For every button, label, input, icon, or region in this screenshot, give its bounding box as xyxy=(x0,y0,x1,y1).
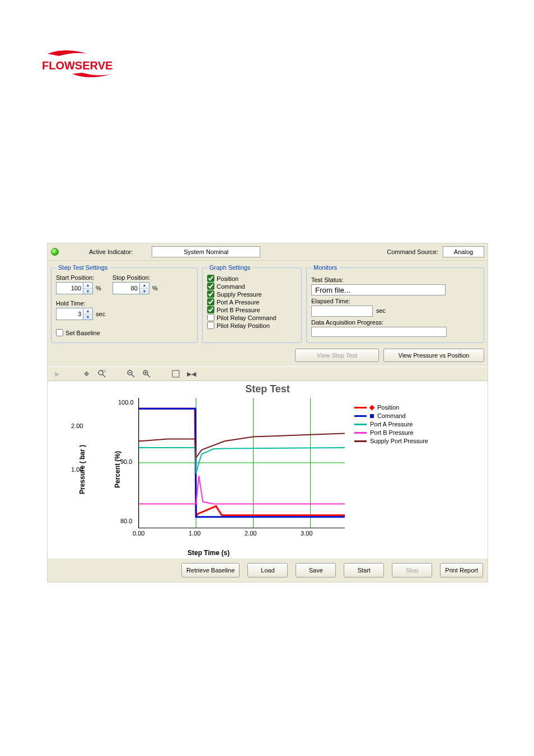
cursor-toggle-icon[interactable]: ▶◀ xyxy=(186,369,196,379)
command-source-value xyxy=(443,246,484,257)
svg-line-2 xyxy=(102,374,105,377)
set-baseline-input[interactable] xyxy=(56,329,63,336)
legend-label: Supply Port Pressure xyxy=(370,438,428,444)
view-step-test-button[interactable]: View Step Test xyxy=(295,349,379,362)
elapsed-time-value xyxy=(311,306,373,317)
chevron-down-icon: ▼ xyxy=(140,289,149,294)
save-button[interactable]: Save xyxy=(296,563,336,577)
retrieve-baseline-button[interactable]: Retrieve Baseline xyxy=(181,563,240,577)
action-bar: Retrieve Baseline Load Save Start Stop P… xyxy=(48,558,488,582)
graph-option-checkbox[interactable] xyxy=(207,322,214,329)
graph-option-label: Supply Pressure xyxy=(217,291,262,298)
flowserve-logo: FLOWSERVE xyxy=(42,50,534,81)
x-tick: 3.00 xyxy=(301,530,312,537)
svg-rect-11 xyxy=(172,370,179,377)
daq-progress-bar xyxy=(311,327,447,337)
y2-tick: 90.0 xyxy=(120,458,132,465)
active-indicator-value xyxy=(152,246,260,257)
start-position-input[interactable] xyxy=(56,282,83,294)
x-tick: 0.00 xyxy=(133,530,144,537)
move-icon[interactable]: ✥ xyxy=(81,369,91,379)
elapsed-time-label: Elapsed Time: xyxy=(311,298,479,304)
x-tick: 2.00 xyxy=(245,530,256,537)
monitors-legend: Monitors xyxy=(311,264,339,271)
legend-marker-icon xyxy=(370,414,374,418)
chevron-down-icon: ▼ xyxy=(83,314,92,320)
chart-title: Step Test xyxy=(48,383,488,395)
graph-settings-panel: Graph Settings PositionCommandSupply Pre… xyxy=(202,264,302,343)
graph-option-pilot-relay-command[interactable]: Pilot Relay Command xyxy=(207,314,297,321)
hold-time-input[interactable] xyxy=(56,308,83,320)
chevron-up-icon: ▲ xyxy=(83,308,92,314)
legend-label: Command xyxy=(377,412,406,419)
zoom-in-icon[interactable] xyxy=(142,369,152,379)
stop-button[interactable]: Stop xyxy=(392,563,432,577)
legend-swatch xyxy=(354,415,367,417)
graph-option-label: Command xyxy=(217,283,245,290)
stop-position-unit: % xyxy=(152,285,158,292)
test-status-value xyxy=(311,284,446,295)
print-report-button[interactable]: Print Report xyxy=(440,563,483,577)
fit-icon[interactable] xyxy=(171,369,181,379)
elapsed-time-unit: sec xyxy=(376,307,386,314)
chart-plot[interactable] xyxy=(138,398,345,528)
test-status-label: Test Status: xyxy=(311,276,479,283)
status-indicator-icon xyxy=(51,248,59,256)
daq-progress-label: Data Acquisition Progress: xyxy=(311,319,479,326)
step-test-settings-panel: Step Test Settings Start Position: ▲▼ % … xyxy=(51,264,198,343)
graph-option-checkbox[interactable] xyxy=(207,275,214,282)
chevron-up-icon: ▲ xyxy=(83,283,92,289)
graph-settings-legend: Graph Settings xyxy=(207,264,252,271)
graph-option-port-a-pressure[interactable]: Port A Pressure xyxy=(207,298,297,306)
view-pressure-vs-position-button[interactable]: View Pressure vs Position xyxy=(383,349,484,362)
graph-option-supply-pressure[interactable]: Supply Pressure xyxy=(207,290,297,298)
graph-option-command[interactable]: Command xyxy=(207,283,297,290)
start-position-unit: % xyxy=(96,285,101,292)
y2-tick: 100.0 xyxy=(118,399,134,406)
set-baseline-label: Set Baseline xyxy=(65,330,100,336)
graph-option-checkbox[interactable] xyxy=(207,314,214,321)
legend-item: Port A Pressure xyxy=(354,421,428,428)
start-button[interactable]: Start xyxy=(344,563,384,577)
hold-time-stepper[interactable]: ▲▼ xyxy=(56,308,93,320)
graph-option-label: Port A Pressure xyxy=(217,299,259,306)
play-icon[interactable]: ▶ xyxy=(52,369,62,379)
graph-option-label: Pilot Relay Command xyxy=(217,314,276,321)
chevron-up-icon: ▲ xyxy=(140,283,149,289)
start-position-stepper[interactable]: ▲▼ xyxy=(56,282,93,294)
stop-position-input[interactable] xyxy=(113,282,140,294)
legend-item: Command xyxy=(354,412,428,419)
graph-option-port-b-pressure[interactable]: Port B Pressure xyxy=(207,306,297,313)
graph-option-label: Position xyxy=(217,275,238,282)
zoom-select-icon[interactable] xyxy=(97,369,107,379)
load-button[interactable]: Load xyxy=(247,563,288,577)
x-axis-label: Step Time (s) xyxy=(188,549,229,557)
graph-option-checkbox[interactable] xyxy=(207,283,214,290)
y2-tick: 80.0 xyxy=(120,518,132,524)
zoom-out-icon[interactable] xyxy=(126,369,136,379)
graph-option-checkbox[interactable] xyxy=(207,298,214,306)
graph-option-checkbox[interactable] xyxy=(207,290,214,298)
x-tick: 1.00 xyxy=(189,530,200,537)
graph-option-checkbox[interactable] xyxy=(207,306,214,313)
active-indicator-label: Active Indicator: xyxy=(89,248,133,255)
svg-line-10 xyxy=(147,374,150,377)
legend-swatch xyxy=(354,440,367,442)
legend-item: Supply Port Pressure xyxy=(354,438,428,444)
stop-position-label: Stop Position: xyxy=(113,274,158,281)
start-position-label: Start Position: xyxy=(56,274,101,281)
graph-option-pilot-relay-position[interactable]: Pilot Relay Position xyxy=(207,322,297,329)
chart-area: Step Test Pressure ( bar ) Percent (%) S… xyxy=(48,381,488,558)
legend-swatch xyxy=(354,424,367,425)
step-test-settings-legend: Step Test Settings xyxy=(56,264,110,271)
graph-option-position[interactable]: Position xyxy=(207,275,297,282)
legend-swatch xyxy=(354,432,367,434)
set-baseline-checkbox[interactable]: Set Baseline xyxy=(56,329,193,336)
legend-item: Port B Pressure xyxy=(354,429,428,436)
chevron-down-icon: ▼ xyxy=(83,289,92,294)
stop-position-stepper[interactable]: ▲▼ xyxy=(113,282,149,294)
chart-toolbar: ▶ ✥ ▶◀ xyxy=(48,367,488,381)
monitors-panel: Monitors Test Status: Elapsed Time: sec … xyxy=(306,264,484,343)
y1-tick: 1.00 xyxy=(71,466,83,473)
svg-point-1 xyxy=(99,370,103,375)
